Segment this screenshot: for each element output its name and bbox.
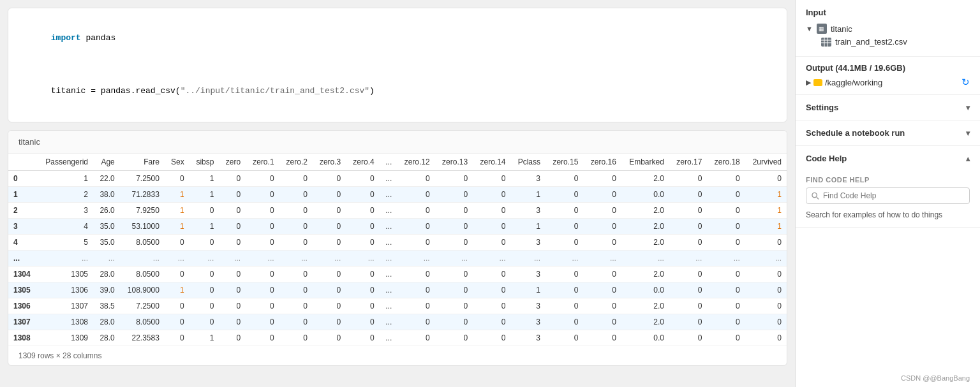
table-cell: 1 [745, 202, 787, 218]
input-section-title: Input [806, 8, 970, 17]
database-icon: ▦ [817, 24, 827, 34]
table-cell: ... [380, 314, 397, 330]
table-cell: 8.0500 [120, 314, 165, 330]
search-box[interactable] [806, 187, 970, 204]
table-cell: 1 [8, 186, 37, 202]
sidebar-input-section: Input ▼ ▦ titanic train_and_test2.csv [796, 0, 980, 57]
table-cell: 0 [473, 170, 510, 186]
col-zero3: zero.3 [313, 154, 346, 171]
table-row: 3435.053.10001100000...0001002.0001 [8, 218, 787, 234]
table-cell: 1306 [37, 282, 93, 298]
table-cell: 0 [246, 298, 279, 314]
table-cell: 0 [279, 314, 313, 330]
df-table-wrapper[interactable]: Passengerid Age Fare Sex sibsp zero zero… [8, 154, 787, 346]
table-cell: 35.0 [93, 218, 120, 234]
table-cell: 1 [189, 186, 219, 202]
table-cell: 0 [583, 170, 621, 186]
code-text: pandas [81, 33, 116, 43]
table-csv-icon [821, 38, 831, 47]
input-titanic-item[interactable]: ▼ ▦ titanic [806, 22, 970, 35]
table-cell: 26.0 [93, 202, 120, 218]
table-cell: ... [313, 250, 346, 266]
table-cell: ... [120, 250, 165, 266]
table-cell: 0 [219, 202, 246, 218]
settings-header[interactable]: Settings ▾ [796, 95, 980, 120]
table-cell: 38.5 [93, 298, 120, 314]
table-cell: 71.2833 [120, 186, 165, 202]
table-cell: 0 [669, 234, 707, 250]
table-cell: 0 [473, 234, 510, 250]
table-cell: 0 [669, 266, 707, 282]
table-cell: 0 [346, 170, 379, 186]
code-help-header[interactable]: Code Help ▴ [796, 146, 980, 171]
table-cell: 0 [583, 234, 621, 250]
table-cell: ... [8, 250, 37, 266]
input-csv-label: train_and_test2.csv [835, 37, 907, 47]
table-cell: 0.0 [621, 186, 669, 202]
table-row: 1306130738.57.25000000000...0003002.0000 [8, 298, 787, 314]
col-pclass: Pclass [511, 154, 546, 171]
table-cell: 2.0 [621, 218, 669, 234]
table-cell: 0 [473, 330, 510, 346]
df-title: titanic [8, 131, 787, 154]
dataframe-cell: titanic Passengerid Age Fare Sex sibsp z… [8, 130, 787, 366]
table-cell: 1 [189, 330, 219, 346]
table-cell: 0 [435, 234, 473, 250]
sidebar-footer: CSDN @@BangBang [796, 369, 980, 387]
table-cell: 0 [246, 186, 279, 202]
table-cell: 0 [189, 298, 219, 314]
table-cell: 0 [346, 218, 379, 234]
table-cell: 0 [279, 218, 313, 234]
schedule-header[interactable]: Schedule a notebook run ▾ [796, 120, 980, 145]
table-cell: 1305 [37, 266, 93, 282]
table-cell: 2 [37, 186, 93, 202]
table-cell: ... [621, 250, 669, 266]
table-cell: 2.0 [621, 266, 669, 282]
table-cell: 0 [313, 330, 346, 346]
arrow-right-icon: ▶ [806, 78, 811, 87]
table-cell: 0 [435, 330, 473, 346]
table-cell: ... [380, 330, 397, 346]
table-cell: 1 [511, 282, 546, 298]
output-item-left[interactable]: ▶ /kaggle/working [806, 78, 882, 87]
table-cell: 0 [279, 170, 313, 186]
table-cell: 0 [397, 298, 434, 314]
table-cell: 0 [346, 330, 379, 346]
table-cell: 0 [669, 282, 707, 298]
code-string: "../input/titanic/train_and_test2.csv" [181, 86, 369, 96]
table-cell: 108.9000 [120, 282, 165, 298]
table-cell: 4 [8, 234, 37, 250]
code-paren: ) [369, 86, 375, 96]
schedule-chevron-icon: ▾ [966, 129, 970, 138]
refresh-icon[interactable]: ↻ [961, 77, 970, 88]
table-cell: 0 [707, 170, 745, 186]
table-cell: 1 [745, 186, 787, 202]
table-cell: 0 [246, 202, 279, 218]
table-cell: 0 [707, 266, 745, 282]
col-zero16: zero.16 [583, 154, 621, 171]
data-table: Passengerid Age Fare Sex sibsp zero zero… [8, 154, 787, 346]
input-sub-item[interactable]: train_and_test2.csv [806, 35, 970, 48]
col-zero4: zero.4 [346, 154, 379, 171]
table-cell: 0.0 [621, 330, 669, 346]
table-cell: 0 [246, 170, 279, 186]
table-cell: 0 [397, 314, 434, 330]
table-cell: 0 [219, 314, 246, 330]
table-cell: 2.0 [621, 170, 669, 186]
code-help-chevron-icon: ▴ [966, 154, 970, 163]
table-cell: 2 [8, 202, 37, 218]
table-cell: 0 [707, 186, 745, 202]
table-header-row: Passengerid Age Fare Sex sibsp zero zero… [8, 154, 787, 171]
table-cell: 0 [397, 186, 434, 202]
schedule-label: Schedule a notebook run [806, 128, 905, 138]
table-cell: 0 [669, 202, 707, 218]
table-cell: 0 [546, 218, 583, 234]
table-cell: 0 [435, 314, 473, 330]
col-ellipsis: ... [380, 154, 397, 171]
table-cell: 1307 [37, 298, 93, 314]
table-cell: 0 [669, 314, 707, 330]
table-cell: 3 [8, 218, 37, 234]
table-cell: 0 [745, 234, 787, 250]
table-cell: 0 [473, 186, 510, 202]
search-input[interactable] [823, 191, 964, 200]
